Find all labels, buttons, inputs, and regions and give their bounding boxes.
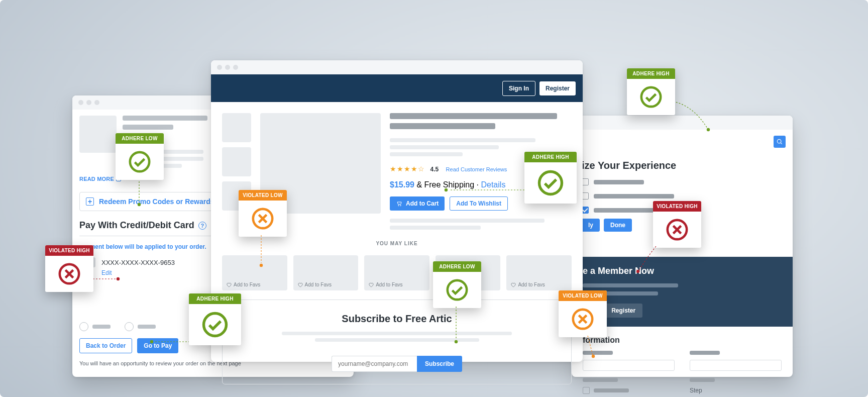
read-more-link[interactable]: READ MORE bbox=[79, 176, 121, 182]
subscribe-panel: Subscribe to Free Artic Subscribe bbox=[222, 300, 572, 384]
details-link[interactable]: Details bbox=[481, 180, 505, 189]
info-icon[interactable]: ? bbox=[198, 222, 206, 230]
reviews-link[interactable]: Read Customer Reviews bbox=[446, 166, 507, 172]
assess-adhere-high: ADHERE HIGH bbox=[627, 68, 675, 115]
add-to-wishlist-button[interactable]: Add To Wishlist bbox=[450, 196, 508, 211]
plus-icon: + bbox=[86, 197, 94, 206]
assess-label: VIOLATED HIGH bbox=[653, 201, 701, 212]
search-button[interactable] bbox=[774, 136, 786, 148]
check-icon bbox=[128, 150, 151, 173]
option-checkbox-checked[interactable] bbox=[582, 207, 589, 214]
check-icon bbox=[639, 85, 663, 109]
edit-link[interactable]: Edit bbox=[101, 269, 112, 276]
nav-signin-button[interactable]: Sign In bbox=[502, 81, 535, 96]
svg-point-7 bbox=[204, 314, 227, 336]
add-to-favs[interactable]: Add to Favs bbox=[226, 282, 260, 287]
back-button[interactable]: Back to Order bbox=[79, 338, 132, 353]
check-icon bbox=[537, 169, 564, 196]
assess-label: VIOLATED LOW bbox=[559, 290, 607, 301]
svg-point-3 bbox=[130, 152, 149, 171]
subscribe-button[interactable]: Subscribe bbox=[417, 356, 462, 372]
star-icons: ★★★★☆ bbox=[390, 165, 425, 173]
svg-point-1 bbox=[398, 205, 399, 206]
add-to-cart-button[interactable]: Add to Cart bbox=[390, 196, 445, 211]
shipping-text: & Free Shipping · bbox=[416, 180, 479, 189]
suggestion-card[interactable]: Add to Favs bbox=[506, 255, 572, 290]
radio-option[interactable] bbox=[125, 322, 134, 331]
assess-adhere-low: ADHERE LOW bbox=[116, 133, 164, 180]
search-icon bbox=[776, 138, 783, 145]
masked-card: XXXX-XXXX-XXXX-9653 bbox=[101, 259, 175, 266]
placeholder-text bbox=[594, 208, 659, 213]
step-label: Step bbox=[690, 387, 782, 394]
assess-label: ADHERE HIGH bbox=[189, 293, 241, 304]
nav-register-button[interactable]: Register bbox=[539, 81, 576, 95]
apply-button[interactable]: ly bbox=[582, 219, 600, 232]
option-checkbox[interactable] bbox=[582, 192, 589, 200]
information-section: formation Step bbox=[572, 327, 793, 397]
svg-point-15 bbox=[641, 87, 661, 107]
assess-violated-high: VIOLATED HIGH bbox=[653, 201, 701, 248]
assess-violated-low: VIOLATED LOW bbox=[559, 290, 607, 337]
window-chrome bbox=[211, 60, 583, 74]
cart-icon bbox=[396, 201, 403, 207]
assess-adhere-high: ADHERE HIGH bbox=[524, 152, 577, 204]
done-button[interactable]: Done bbox=[604, 219, 632, 232]
suggestion-cards: Add to Favs Add to Favs Add to Favs Add … bbox=[222, 255, 572, 290]
assess-adhere-high: ADHERE HIGH bbox=[189, 293, 241, 345]
heart-icon bbox=[226, 282, 232, 287]
assess-adhere-low: ADHERE LOW bbox=[433, 261, 481, 308]
option-checkbox[interactable] bbox=[582, 178, 589, 185]
product-thumb bbox=[79, 116, 117, 153]
window-chrome bbox=[572, 116, 793, 130]
svg-point-11 bbox=[539, 172, 562, 194]
assess-label: ADHERE HIGH bbox=[627, 68, 675, 79]
x-icon bbox=[58, 262, 81, 285]
promo-label: Redeem Promo Codes or Rewards bbox=[99, 197, 214, 206]
email-input[interactable] bbox=[332, 356, 417, 372]
placeholder-text bbox=[594, 194, 674, 198]
suggestion-card[interactable]: Add to Favs bbox=[293, 255, 359, 290]
placeholder-text bbox=[594, 180, 644, 184]
x-icon bbox=[571, 308, 594, 331]
svg-point-2 bbox=[400, 205, 401, 206]
radio-option[interactable] bbox=[79, 322, 88, 331]
go-to-pay-button[interactable]: Go to Pay bbox=[137, 338, 178, 353]
assess-label: VIOLATED LOW bbox=[239, 190, 287, 201]
assess-violated-high: VIOLATED HIGH bbox=[45, 245, 93, 292]
x-icon bbox=[666, 218, 689, 241]
assess-violated-low: VIOLATED LOW bbox=[239, 190, 287, 237]
suggestion-card[interactable]: Add to Favs bbox=[222, 255, 287, 290]
check-icon bbox=[446, 278, 469, 302]
check-icon bbox=[201, 311, 229, 338]
price: $15.99 bbox=[390, 180, 414, 189]
assess-label: ADHERE LOW bbox=[116, 133, 164, 144]
personalize-heading: ize Your Experience bbox=[582, 160, 783, 171]
svg-point-13 bbox=[448, 280, 467, 300]
member-title: e a Member Now bbox=[583, 266, 782, 276]
subscribe-title: Subscribe to Free Artic bbox=[233, 313, 561, 325]
assess-label: VIOLATED HIGH bbox=[45, 245, 93, 256]
you-may-like-label: YOU MAY LIKE bbox=[222, 241, 572, 246]
x-icon bbox=[251, 207, 274, 230]
assess-label: ADHERE HIGH bbox=[524, 152, 577, 162]
rating-value: 4.5 bbox=[430, 166, 439, 173]
thumb[interactable] bbox=[222, 147, 251, 176]
section-title: formation bbox=[583, 336, 782, 345]
register-button[interactable]: Register bbox=[604, 304, 642, 318]
assess-label: ADHERE LOW bbox=[433, 261, 481, 272]
thumb[interactable] bbox=[222, 113, 251, 142]
top-nav: Sign In Register bbox=[211, 74, 583, 102]
svg-point-0 bbox=[777, 139, 781, 143]
info-checkbox[interactable] bbox=[583, 387, 590, 394]
suggestion-card[interactable]: Add to Favs bbox=[364, 255, 429, 290]
